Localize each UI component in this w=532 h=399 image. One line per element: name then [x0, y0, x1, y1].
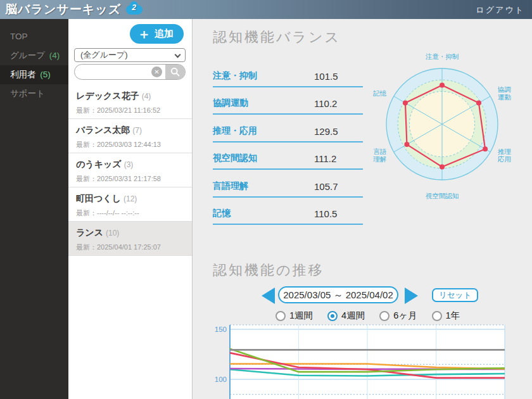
user-latest-timestamp: 最新：2025/03/03 12:44:13 — [76, 140, 192, 149]
svg-text:注意・抑制: 注意・抑制 — [426, 53, 459, 60]
metric-label-visuospatial[interactable]: 視空間認知 — [213, 153, 257, 164]
cognitive-balance-radar-chart: 注意・抑制協調運動推理応用視空間認知言語理解記憶 — [372, 45, 532, 207]
metric-value: 105.7 — [314, 181, 338, 192]
next-period-arrow-button[interactable] — [405, 288, 418, 304]
metric-value: 110.5 — [314, 208, 337, 219]
app-version-badge: 2 — [126, 3, 142, 12]
group-filter-select[interactable]: (全グループ) — [74, 48, 186, 62]
search-input[interactable] — [75, 65, 151, 79]
user-list-item[interactable]: バランス太郎(7) 最新：2025/03/03 12:44:13 — [68, 119, 192, 153]
user-list-item[interactable]: 町田つくし(12) 最新：----/--/-- --:--:-- — [68, 187, 192, 222]
user-latest-timestamp: 最新：2025/04/01 17:25:07 — [76, 243, 192, 252]
sidebar-item-top[interactable]: TOP — [0, 27, 68, 46]
cognitive-trend-line-chart: 150100 — [209, 320, 532, 399]
metric-value: 110.2 — [314, 98, 337, 109]
svg-text:視空間認知: 視空間認知 — [426, 192, 459, 200]
metric-label-reasoning[interactable]: 推理・応用 — [213, 125, 257, 137]
app-header: 脳バランサーキッズ 2 ログアウト — [0, 0, 532, 19]
metric-label-coordination[interactable]: 協調運動 — [213, 98, 248, 109]
date-range-display[interactable]: 2025/03/05 ～ 2025/04/02 — [278, 286, 398, 303]
user-list-panel: ＋ 追加 (全グループ) ✕ レデックス花子(4) 最新：2025/03/21 … — [68, 19, 193, 399]
users-count-badge: (5) — [40, 70, 51, 79]
app-title: 脳バランサーキッズ — [5, 1, 121, 18]
user-list-item-selected[interactable]: ランス(10) 最新：2025/04/01 17:25:07 — [68, 222, 192, 256]
chevron-down-icon — [175, 52, 181, 58]
user-search-box: ✕ — [74, 64, 186, 80]
search-icon — [170, 67, 180, 77]
metric-row: 協調運動 110.2 — [213, 87, 363, 115]
sidebar-item-support[interactable]: サポート — [0, 84, 68, 103]
previous-period-arrow-button[interactable] — [262, 288, 275, 304]
svg-text:記憶: 記憶 — [373, 89, 387, 97]
metrics-list: 注意・抑制 101.5 協調運動 110.2 推理・応用 129.5 視空間認知… — [213, 60, 363, 225]
svg-text:150: 150 — [215, 326, 227, 333]
metric-label-language[interactable]: 言語理解 — [213, 180, 248, 192]
app-window: 脳バランサーキッズ 2 ログアウト TOP グループ (4) 利用者 (5) サ… — [0, 0, 532, 399]
user-list: レデックス花子(4) 最新：2025/03/21 11:16:52 バランス太郎… — [68, 85, 192, 256]
metric-value: 129.5 — [314, 126, 338, 137]
sidebar-nav: TOP グループ (4) 利用者 (5) サポート — [0, 19, 68, 399]
svg-text:推理応用: 推理応用 — [498, 148, 512, 163]
logout-button[interactable]: ログアウト — [476, 4, 524, 16]
metric-label-attention[interactable]: 注意・抑制 — [213, 70, 257, 82]
plus-icon: ＋ — [137, 27, 151, 41]
group-count-badge: (4) — [49, 51, 60, 60]
cloud-badge-icon: 2 — [126, 5, 142, 15]
main-content: 認知機能バランス 注意・抑制 101.5 協調運動 110.2 推理・応用 12… — [193, 19, 532, 399]
user-list-item[interactable]: のうキッズ(3) 最新：2025/03/31 21:17:58 — [68, 153, 192, 187]
add-user-button[interactable]: ＋ 追加 — [130, 24, 184, 44]
svg-text:言語理解: 言語理解 — [373, 148, 387, 163]
metric-row: 視空間認知 111.2 — [213, 142, 363, 170]
reset-button[interactable]: リセット — [432, 288, 478, 302]
clear-search-icon[interactable]: ✕ — [151, 66, 162, 77]
user-list-item[interactable]: レデックス花子(4) 最新：2025/03/21 11:16:52 — [68, 85, 192, 119]
metric-value: 111.2 — [314, 153, 336, 164]
metric-label-memory[interactable]: 記憶 — [213, 208, 231, 219]
svg-text:100: 100 — [215, 376, 227, 383]
app-logo: 脳バランサーキッズ 2 — [5, 1, 142, 18]
user-latest-timestamp: 最新：2025/03/31 21:17:58 — [76, 174, 192, 184]
trend-section-title: 認知機能の推移 — [213, 261, 324, 280]
user-latest-timestamp: 最新：2025/03/21 11:16:52 — [76, 106, 192, 115]
sidebar-item-users[interactable]: 利用者 (5) — [0, 65, 68, 84]
metric-row: 記憶 110.5 — [213, 198, 363, 225]
balance-section-title: 認知機能バランス — [213, 28, 341, 47]
metric-row: 推理・応用 129.5 — [213, 115, 363, 142]
metric-row: 注意・抑制 101.5 — [213, 60, 363, 87]
sidebar-item-group[interactable]: グループ (4) — [0, 46, 68, 65]
metric-row: 言語理解 105.7 — [213, 170, 363, 198]
search-button[interactable] — [165, 65, 185, 79]
svg-text:協調運動: 協調運動 — [498, 86, 511, 101]
user-latest-timestamp: 最新：----/--/-- --:--:-- — [76, 208, 192, 218]
metric-value: 101.5 — [314, 71, 338, 82]
